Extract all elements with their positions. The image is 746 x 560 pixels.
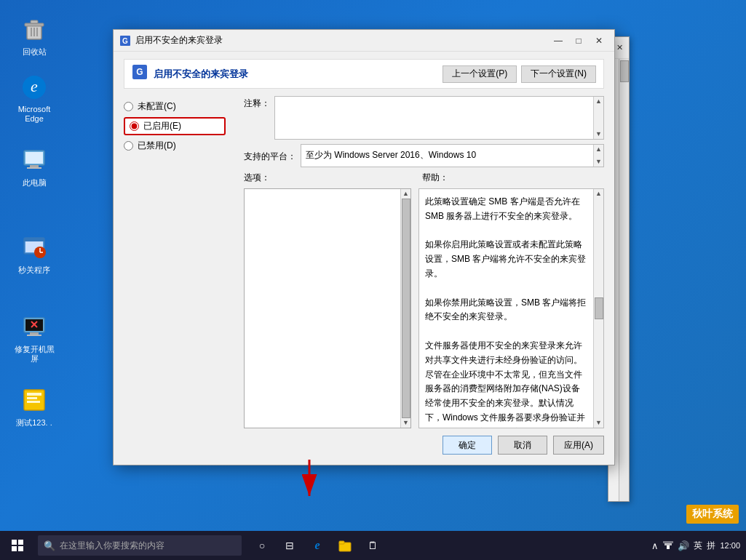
watermark: 秋叶系统 xyxy=(686,505,739,524)
right-panel: 注释： ▲ ▼ 支持的平台： 至少为 Windo xyxy=(244,96,604,428)
options-box: ▲ ▼ xyxy=(244,188,411,428)
taskbar-explorer-button[interactable] xyxy=(333,534,357,557)
svg-rect-2 xyxy=(31,20,38,23)
svg-text:e: e xyxy=(31,77,38,95)
svg-rect-41 xyxy=(664,543,672,545)
search-icon: 🔍 xyxy=(44,540,55,551)
taskbar-quick-icons: ○ ⊟ e 🗒 xyxy=(250,534,384,557)
edge-icon: e xyxy=(20,73,49,102)
taskbar-edge-button[interactable]: e xyxy=(306,534,329,557)
svg-rect-21 xyxy=(27,335,41,336)
note-scroll-down-arrow: ▼ xyxy=(595,131,602,137)
apply-button[interactable]: 应用(A) xyxy=(553,436,604,455)
computer-icon xyxy=(20,145,49,175)
radio-disabled-label: 已禁用(D) xyxy=(138,140,176,152)
desktop-icon-recycle[interactable]: 回收站 xyxy=(11,15,57,57)
help-box: 此策略设置确定 SMB 客户端是否允许在 SMB 服务器上进行不安全的来宾登录。… xyxy=(418,188,604,428)
taskbar-tray: ∧ 🔊 英 拼 12:00 xyxy=(651,540,746,552)
tray-volume-icon[interactable]: 🔊 xyxy=(678,540,689,551)
desktop-icon-test[interactable]: 测试123. . xyxy=(11,385,57,428)
dialog-title-controls: — □ ✕ xyxy=(549,33,608,49)
svg-rect-25 xyxy=(27,393,41,396)
radio-disabled[interactable]: 已禁用(D) xyxy=(124,140,226,152)
help-label: 帮助： xyxy=(422,172,448,183)
taskbar-notepad-button[interactable]: 🗒 xyxy=(361,534,384,557)
recycle-bin-icon xyxy=(20,15,49,44)
help-scroll-up: ▲ xyxy=(595,191,602,197)
radio-enabled-label: 已启用(E) xyxy=(143,120,181,132)
desktop-icon-edge[interactable]: e MicrosoftEdge xyxy=(11,73,57,124)
desktop-icon-schedule[interactable]: 秒关程序 xyxy=(11,233,57,276)
search-placeholder: 在这里输入你要搜索的内容 xyxy=(60,540,164,552)
svg-rect-40 xyxy=(667,545,670,549)
dialog-header-row: G 启用不安全的来宾登录 上一个设置(P) 下一个设置(N) xyxy=(124,59,604,89)
radio-unconfigured-input[interactable] xyxy=(124,102,133,111)
radio-unconfigured-label: 未配置(C) xyxy=(138,100,176,113)
taskbar-cortana-button[interactable]: ○ xyxy=(250,534,274,557)
platform-section: 支持的平台： 至少为 Windows Server 2016、Windows 1… xyxy=(244,144,604,167)
next-setting-button[interactable]: 下一个设置(N) xyxy=(521,65,596,83)
radio-enabled-input[interactable] xyxy=(130,121,139,131)
computer-label: 此电脑 xyxy=(23,177,47,188)
note-textarea[interactable] xyxy=(275,97,592,139)
start-button[interactable] xyxy=(0,531,35,560)
note-section: 注释： ▲ ▼ xyxy=(244,96,604,140)
recycle-bin-label: 回收站 xyxy=(23,47,47,57)
taskbar-taskview-button[interactable]: ⊟ xyxy=(278,534,301,557)
options-scroll-down: ▼ xyxy=(402,420,409,426)
prev-setting-button[interactable]: 上一个设置(P) xyxy=(443,65,517,83)
desktop-icon-repair[interactable]: 修复开机黑屏 xyxy=(11,313,57,364)
radio-panel: 未配置(C) 已启用(E) 已禁用(D) xyxy=(124,96,237,428)
tray-time: 12:00 xyxy=(720,541,740,550)
svg-rect-20 xyxy=(30,332,39,335)
radio-enabled[interactable]: 已启用(E) xyxy=(124,117,226,135)
svg-rect-39 xyxy=(339,541,344,544)
dialog-content: G 启用不安全的来宾登录 上一个设置(P) 下一个设置(N) 未配置(C) xyxy=(114,52,614,465)
svg-text:G: G xyxy=(136,67,143,77)
radio-unconfigured[interactable]: 未配置(C) xyxy=(124,100,226,113)
radio-group: 未配置(C) 已启用(E) 已禁用(D) xyxy=(124,96,226,156)
svg-rect-27 xyxy=(27,401,40,403)
radio-disabled-input[interactable] xyxy=(124,141,133,151)
options-help-row: ▲ ▼ 此策略设置确定 SMB 客户端是否允许在 SMB 服务器上进行不安全的来… xyxy=(244,188,604,428)
svg-rect-14 xyxy=(24,238,44,241)
tray-ime-english[interactable]: 英 xyxy=(694,540,702,552)
desktop-icon-computer[interactable]: 此电脑 xyxy=(11,145,57,188)
taskbar: 🔍 在这里输入你要搜索的内容 ○ ⊟ e 🗒 ∧ xyxy=(0,531,746,560)
tray-expand-button[interactable]: ∧ xyxy=(651,540,659,551)
svg-rect-9 xyxy=(25,152,43,164)
platform-box: 至少为 Windows Server 2016、Windows 10 ▲ ▼ xyxy=(301,144,604,167)
note-label: 注释： xyxy=(244,96,270,110)
options-scroll-up: ▲ xyxy=(402,191,409,197)
dialog-maximize-button[interactable]: □ xyxy=(569,33,588,49)
dialog-minimize-button[interactable]: — xyxy=(549,33,568,49)
taskbar-search[interactable]: 🔍 在这里输入你要搜索的内容 xyxy=(38,535,242,556)
svg-rect-36 xyxy=(12,546,17,551)
dialog-close-button[interactable]: ✕ xyxy=(590,33,608,49)
platform-label: 支持的平台： xyxy=(244,149,296,163)
tray-ime-pinyin[interactable]: 拼 xyxy=(707,540,715,552)
dialog-footer: 确定 取消 应用(A) xyxy=(124,428,604,457)
help-scroll-down: ▼ xyxy=(595,420,602,426)
dialog-header-title: 启用不安全的来宾登录 xyxy=(154,68,438,81)
svg-rect-35 xyxy=(18,540,23,545)
svg-rect-34 xyxy=(12,540,17,545)
test-icon xyxy=(20,385,49,415)
svg-rect-42 xyxy=(663,541,673,543)
repair-label: 修复开机黑屏 xyxy=(11,345,57,364)
schedule-icon xyxy=(20,233,49,262)
dialog-title-text: 启用不安全的来宾登录 xyxy=(135,34,549,47)
repair-icon xyxy=(20,313,49,342)
note-scroll-up-arrow: ▲ xyxy=(595,98,602,105)
schedule-label: 秒关程序 xyxy=(18,265,50,276)
platform-scroll-down: ▼ xyxy=(595,159,602,165)
platform-text: 至少为 Windows Server 2016、Windows 10 xyxy=(301,145,593,167)
confirm-button[interactable]: 确定 xyxy=(443,436,492,455)
cancel-button[interactable]: 取消 xyxy=(498,436,547,455)
help-text: 此策略设置确定 SMB 客户端是否允许在 SMB 服务器上进行不安全的来宾登录。… xyxy=(419,189,593,428)
note-textarea-container: ▲ ▼ xyxy=(274,96,604,140)
tray-network-icon[interactable] xyxy=(663,540,673,552)
dialog-titlebar: G 启用不安全的来宾登录 — □ ✕ xyxy=(114,30,614,52)
options-help-labels: 选项： 帮助： xyxy=(244,172,604,184)
edge-label: MicrosoftEdge xyxy=(18,105,51,124)
